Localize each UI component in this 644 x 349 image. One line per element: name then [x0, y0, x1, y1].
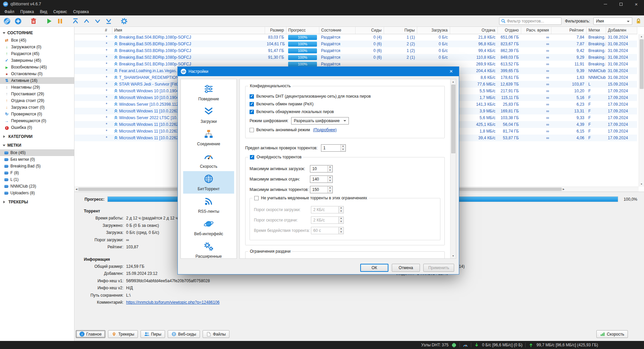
- max-torrents-spinbox[interactable]: 150 ▲▼: [310, 186, 333, 193]
- table-row[interactable]: * Breaking.Bad.S03.BDRip.1080p-SOFCJ 91,…: [74, 47, 637, 54]
- scroll-right-icon[interactable]: ▶: [563, 187, 565, 192]
- spinner-buttons[interactable]: ▲▼: [327, 176, 332, 183]
- scroll-down-icon[interactable]: ▼: [640, 182, 643, 187]
- dialog-titlebar[interactable]: qb Настройки ×: [178, 67, 459, 76]
- delete-button[interactable]: [29, 17, 38, 26]
- column-header-number[interactable]: #: [74, 27, 112, 34]
- sidebar-status-item[interactable]: Отдача стоит (29): [0, 97, 74, 104]
- max-uploads-spinbox[interactable]: 140 ▲▼: [310, 176, 333, 183]
- settings-nav-behavior[interactable]: Поведение: [183, 81, 234, 104]
- menu-item[interactable]: Правка: [17, 8, 37, 15]
- sidebar-tag-item[interactable]: NNMClub (23): [0, 183, 74, 190]
- pause-button[interactable]: [56, 17, 64, 26]
- sidebar-status-item[interactable]: Все (45): [0, 37, 74, 44]
- column-header-eta[interactable]: Расч. время: [521, 27, 551, 34]
- column-header-tags[interactable]: Метки: [586, 27, 606, 34]
- spinner-buttons[interactable]: ▲▼: [327, 165, 332, 172]
- table-row[interactable]: * Breaking.Bad.S02.BDRip.1080p-SOFCJ 91,…: [74, 54, 637, 61]
- ok-button[interactable]: ОК: [360, 264, 388, 272]
- spinner-buttons[interactable]: ▲▼: [327, 186, 332, 193]
- tab-general[interactable]: i Главное: [76, 330, 105, 338]
- move-down-button[interactable]: [93, 17, 102, 26]
- menu-item[interactable]: Файл: [1, 8, 17, 15]
- sidebar-status-item[interactable]: Загружаются (0): [0, 44, 74, 50]
- sidebar-status-item[interactable]: Завершены (45): [0, 57, 74, 64]
- sidebar-status-item[interactable]: Простаивают (29): [0, 91, 74, 97]
- sidebar-status-item[interactable]: Возобновлены (45): [0, 64, 74, 70]
- column-header-download[interactable]: Загрузка: [417, 27, 450, 34]
- connection-status-icon[interactable]: [451, 343, 457, 348]
- dialog-scrollbar[interactable]: ▲ ▼: [450, 79, 456, 258]
- max-downloads-spinbox[interactable]: 10 ▲▼: [310, 165, 333, 172]
- minimize-button[interactable]: [598, 0, 613, 8]
- vertical-scrollbar[interactable]: ▲ ▼: [639, 34, 644, 187]
- sidebar-status-item[interactable]: Неактивны (29): [0, 84, 74, 91]
- table-row[interactable]: * Breaking.Bad.S05.BDRip.1080p-SOFCJ 104…: [74, 41, 637, 47]
- sidebar-tag-item[interactable]: L (1): [0, 176, 74, 183]
- title-bar[interactable]: qb qBittorrent v4.6.7 ×: [0, 0, 644, 8]
- column-header-upload[interactable]: Отдача: [450, 27, 497, 34]
- alt-speed-limits-icon[interactable]: [463, 343, 468, 347]
- queueing-checkbox[interactable]: [250, 155, 254, 159]
- column-header-progress[interactable]: Прогресс: [286, 27, 319, 34]
- add-torrent-link-button[interactable]: [3, 17, 11, 26]
- resume-button[interactable]: [45, 17, 53, 26]
- sidebar-status-item[interactable]: Раздаются (45): [0, 50, 74, 57]
- settings-nav-rss[interactable]: RSS-ленты: [183, 194, 234, 216]
- tab-webseeds[interactable]: Веб-сиды: [168, 330, 200, 338]
- sidebar-tag-item[interactable]: Все (45): [0, 149, 74, 156]
- tab-peers[interactable]: Пиры: [141, 330, 165, 338]
- search-input[interactable]: [507, 19, 559, 23]
- scroll-left-icon[interactable]: ◀: [75, 187, 77, 192]
- tab-files[interactable]: Файлы: [203, 330, 229, 338]
- cancel-button[interactable]: Отмена: [392, 264, 420, 272]
- sidebar-status-item[interactable]: Активные (16): [0, 77, 74, 84]
- lock-icon[interactable]: [636, 18, 641, 24]
- apply-button[interactable]: Применить: [423, 264, 454, 272]
- close-button[interactable]: ×: [629, 0, 644, 8]
- sidebar-tag-item[interactable]: Без метки (0): [0, 156, 74, 163]
- status-section-header[interactable]: СОСТОЯНИЕ: [0, 28, 74, 37]
- sidebar-status-item[interactable]: Загрузка стоит (0): [0, 104, 74, 111]
- menu-item[interactable]: Сервис: [50, 8, 70, 15]
- move-bottom-button[interactable]: [104, 17, 113, 26]
- anonymous-more-link[interactable]: (Подробнее): [313, 128, 336, 132]
- upload-speed-status[interactable]: 99,7 МБ/с [96,6 МБ/с] (425,93 ГБ): [536, 343, 598, 347]
- speed-graph-button[interactable]: Скорость: [596, 330, 628, 338]
- column-header-peers[interactable]: Пиры: [384, 27, 417, 34]
- anonymous-mode-checkbox[interactable]: [250, 128, 254, 132]
- slow-torrents-checkbox[interactable]: [254, 196, 259, 200]
- menu-item[interactable]: Вид: [37, 8, 50, 15]
- scrollbar-thumb[interactable]: [451, 85, 455, 153]
- scroll-up-icon[interactable]: ▲: [640, 34, 643, 39]
- move-up-button[interactable]: [82, 17, 91, 26]
- column-header-ratio[interactable]: Рейтинг: [551, 27, 586, 34]
- options-button[interactable]: [120, 17, 128, 26]
- settings-nav-advanced[interactable]: Расширенные: [183, 239, 234, 259]
- checking-limit-spinbox[interactable]: 1 ▲▼: [321, 144, 346, 152]
- sidebar-tag-item[interactable]: F (8): [0, 169, 74, 176]
- scroll-up-icon[interactable]: ▲: [452, 79, 454, 84]
- column-header-uploaded[interactable]: Отдано: [497, 27, 521, 34]
- download-speed-status[interactable]: 0 Б/с [96,6 МБ/с] (0 Б): [482, 343, 522, 347]
- scrollbar-thumb[interactable]: [640, 39, 644, 89]
- column-header-seeds[interactable]: Сиды: [355, 27, 384, 34]
- torrent-filter-searchbox[interactable]: [499, 17, 561, 25]
- trackers-section-header[interactable]: ТРЕКЕРЫ: [0, 197, 74, 206]
- categories-section-header[interactable]: КАТЕГОРИИ: [0, 132, 74, 141]
- column-header-size[interactable]: Размер: [265, 27, 286, 34]
- filter-column-select[interactable]: Имя: [593, 17, 632, 25]
- sidebar-tag-item[interactable]: Uploaders (8): [0, 190, 74, 196]
- detail-value[interactable]: https://nnmclub.to/forum/viewtopic.php?p…: [126, 299, 220, 306]
- sidebar-status-item[interactable]: Проверяются (0): [0, 111, 74, 117]
- settings-nav-downloads[interactable]: Загрузки: [183, 104, 234, 126]
- settings-nav-webui[interactable]: Веб-интерфейс: [183, 216, 234, 239]
- dialog-close-button[interactable]: ×: [443, 67, 459, 76]
- column-header-added[interactable]: Добавлен: [606, 27, 637, 34]
- scroll-down-icon[interactable]: ▼: [452, 253, 454, 258]
- table-row[interactable]: * Breaking.Bad.S04.BDRip.1080p-SOFCJ 83,…: [74, 34, 637, 41]
- pex-checkbox[interactable]: [250, 102, 254, 106]
- add-torrent-file-button[interactable]: [14, 17, 22, 26]
- dht-checkbox[interactable]: [250, 94, 254, 99]
- move-top-button[interactable]: [71, 17, 80, 26]
